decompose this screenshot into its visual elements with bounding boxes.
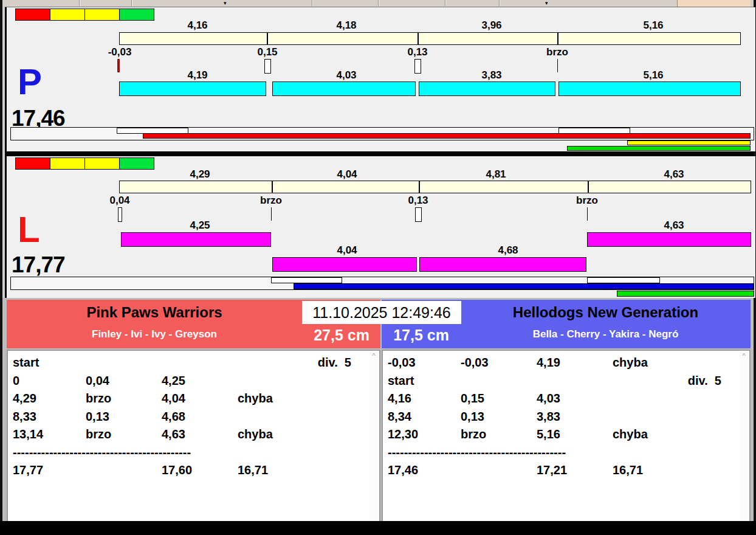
log-cell: -0,03 xyxy=(461,354,537,372)
log-cell xyxy=(613,372,679,390)
log-cell: 16,71 xyxy=(238,461,304,480)
team-jump-height: 17,5 cm xyxy=(382,326,461,344)
log-cell xyxy=(238,354,304,372)
lane-p: 4,16 4,18 3,96 5,16 -0,03 0,15 0,13 brzo… xyxy=(5,7,756,151)
log-cell xyxy=(613,408,679,426)
changeover-marker-tick xyxy=(271,207,272,221)
traffic-light xyxy=(15,157,154,170)
traffic-light-yellow2 xyxy=(85,9,120,20)
log-row: -0,03-0,034,19chyba xyxy=(383,354,738,372)
traffic-light xyxy=(15,9,154,21)
dog-time-label: 5,16 xyxy=(605,69,702,81)
log-cell xyxy=(304,408,368,426)
scroll-up-icon[interactable]: ^ xyxy=(369,352,378,359)
log-row: 13,14brzo4,63chyba xyxy=(8,426,368,444)
split-time-label: 4,04 xyxy=(298,168,396,181)
log-cell xyxy=(537,372,613,390)
log-cell-total: 17,46 xyxy=(388,461,461,480)
log-cell xyxy=(162,354,238,372)
lane-total-time: 17,77 xyxy=(12,254,65,276)
log-cell xyxy=(304,461,368,480)
progress-box xyxy=(587,277,660,283)
log-cell: 4,25 xyxy=(162,372,238,390)
log-row: 4,29brzo4,04chyba xyxy=(8,390,368,408)
log-cell xyxy=(679,354,738,372)
log-cell xyxy=(304,426,368,444)
dog-time-label: 3,83 xyxy=(443,69,540,81)
lane-letter: P xyxy=(18,64,42,100)
log-cell xyxy=(461,372,537,390)
log-cell-fault: chyba xyxy=(238,426,304,444)
changeover-label: -0,03 xyxy=(86,46,153,58)
changeover-label: brzo xyxy=(238,195,304,207)
changeover-label: 0,13 xyxy=(384,46,451,58)
progress-box xyxy=(271,277,342,283)
team-jump-height: 27,5 cm xyxy=(302,326,381,344)
log-cell: 17,60 xyxy=(162,461,238,480)
timestamp: 11.10.2025 12:49:46 xyxy=(302,301,461,324)
toolbar-separator xyxy=(499,0,500,6)
traffic-light-yellow1 xyxy=(50,9,85,20)
split-time-label: 4,81 xyxy=(447,168,545,181)
log-cell: -0,03 xyxy=(388,354,461,372)
changeover-label: 0,13 xyxy=(385,195,452,207)
progress-aux-bar-green xyxy=(567,146,751,151)
team-name: Pink Paws Warriors xyxy=(7,304,302,321)
toolbar[interactable]: ▾ ▾ xyxy=(2,0,754,7)
scrollbar[interactable]: ^ xyxy=(740,352,748,522)
split-time-label: 4,18 xyxy=(298,19,395,32)
log-row: 12,30brzo5,16chyba xyxy=(383,426,738,444)
log-cell: 4,63 xyxy=(162,426,238,444)
dog-time-label: 4,04 xyxy=(298,244,396,257)
run-log-left[interactable]: startdiv. 5 00,044,25 4,29brzo4,04chyba … xyxy=(7,350,380,522)
dropdown-arrow-icon[interactable]: ▾ xyxy=(545,1,548,6)
scale-tick xyxy=(588,181,589,193)
dropdown-arrow-icon[interactable]: ▾ xyxy=(224,1,227,6)
log-cell: brzo xyxy=(86,390,162,408)
traffic-light-red xyxy=(16,158,50,169)
log-cell xyxy=(679,408,738,426)
toolbar-separator xyxy=(312,0,313,6)
log-cell xyxy=(679,426,738,444)
log-cell xyxy=(238,408,304,426)
log-cell: 8,33 xyxy=(13,408,86,426)
log-cell: 3,83 xyxy=(537,408,613,426)
traffic-light-green xyxy=(120,9,154,20)
toolbar-panel xyxy=(677,0,751,7)
dog-run-bar xyxy=(419,81,555,96)
scroll-up-icon[interactable]: ^ xyxy=(740,352,748,359)
log-row: 00,044,25 xyxy=(8,372,368,390)
progress-aux-bar-green xyxy=(617,291,754,297)
changeover-label: 0,15 xyxy=(234,46,301,58)
toolbar-separator xyxy=(378,0,379,6)
log-cell: 0,13 xyxy=(461,408,537,426)
changeover-marker-tick xyxy=(557,59,558,72)
changeover-marker-early xyxy=(117,59,120,72)
scrollbar[interactable]: ^ xyxy=(369,352,378,522)
split-scale-bar xyxy=(119,181,751,193)
lane-divider xyxy=(5,151,754,156)
log-cell: 0,04 xyxy=(86,372,162,390)
log-row: 8,330,134,68 xyxy=(8,408,368,426)
log-cell: 0 xyxy=(13,372,86,390)
run-log-right[interactable]: -0,03-0,034,19chyba startdiv. 5 4,160,15… xyxy=(382,350,751,522)
log-cell: 4,68 xyxy=(162,408,238,426)
traffic-light-red xyxy=(16,9,50,20)
log-separator: ----------------------------------------… xyxy=(388,446,566,459)
dog-run-bar xyxy=(272,257,417,272)
scale-tick xyxy=(418,33,419,44)
log-row: 4,160,154,03 xyxy=(383,390,738,408)
team-dogs: Finley - Ivi - Ivy - Greyson xyxy=(7,328,302,340)
log-cell-fault: chyba xyxy=(238,390,304,408)
dog-run-bar xyxy=(272,81,416,96)
log-cell: 13,14 xyxy=(13,426,86,444)
toolbar-separator xyxy=(131,0,132,6)
log-row: 17,4617,2116,71 xyxy=(383,461,738,480)
log-cell: brzo xyxy=(86,426,162,444)
log-cell xyxy=(86,354,162,372)
log-cell: 4,19 xyxy=(537,354,613,372)
dog-run-bar xyxy=(119,81,266,96)
changeover-label: 0,04 xyxy=(86,195,153,207)
log-cell-division: div. 5 xyxy=(679,372,738,390)
lane-total-time: 17,46 xyxy=(12,107,65,129)
